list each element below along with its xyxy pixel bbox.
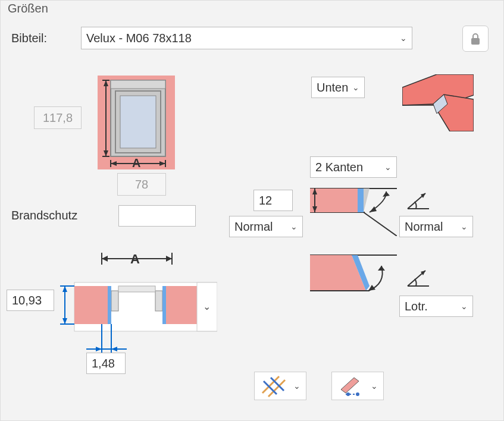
svg-marker-61 — [62, 286, 67, 292]
edges-select[interactable]: 2 Kanten ⌄ — [310, 156, 397, 178]
chevron-down-icon: ⌄ — [290, 222, 298, 231]
svg-line-70 — [262, 376, 279, 393]
position-select[interactable]: Unten ⌄ — [311, 77, 365, 98]
roof-intersection-figure — [402, 74, 474, 131]
brandschutz-label: Brandschutz — [11, 209, 77, 222]
svg-line-72 — [264, 381, 277, 394]
top-edge-figure — [310, 183, 397, 239]
rafter-select[interactable]: ⌄ — [331, 372, 384, 400]
group-label: Größen — [5, 2, 51, 15]
chevron-down-icon: ⌄ — [384, 162, 392, 172]
window-figure: A — [98, 76, 175, 169]
svg-marker-68 — [96, 347, 102, 351]
svg-marker-62 — [62, 318, 67, 324]
right-mode-select-2[interactable]: Lotr. ⌄ — [399, 296, 473, 317]
svg-rect-53 — [111, 291, 118, 311]
dim-b-input[interactable]: 1,48 — [86, 353, 126, 374]
svg-marker-74 — [341, 378, 359, 393]
svg-rect-56 — [108, 286, 111, 324]
chevron-down-icon: ⌄ — [461, 301, 468, 311]
svg-point-76 — [346, 392, 350, 396]
svg-marker-25 — [364, 188, 370, 212]
height-value: 117,8 — [34, 106, 82, 129]
bibteil-label: Bibteil: — [11, 32, 47, 45]
svg-marker-39 — [378, 266, 385, 271]
width-value: 78 — [117, 173, 166, 196]
chevron-down-icon: ⌄ — [352, 83, 359, 92]
lock-button[interactable] — [462, 26, 489, 52]
hatching-select[interactable]: ⌄ — [254, 372, 306, 400]
svg-rect-52 — [166, 286, 197, 324]
left-mode-select[interactable]: Normal ⌄ — [229, 216, 303, 237]
angle-icon — [405, 267, 431, 293]
angle-icon — [405, 190, 431, 215]
chevron-down-icon: ⌄ — [293, 381, 300, 391]
top-edge-value-input[interactable]: 12 — [253, 190, 293, 211]
svg-rect-55 — [118, 286, 155, 292]
hatch-icon — [260, 374, 287, 398]
svg-text:A: A — [130, 252, 140, 266]
bibteil-value: Velux - M06 78x118 — [86, 32, 192, 45]
svg-rect-0 — [471, 38, 480, 45]
dim-a-input[interactable]: 10,93 — [7, 290, 54, 311]
svg-text:A: A — [132, 156, 140, 169]
svg-marker-69 — [111, 347, 117, 351]
section-dropdown[interactable] — [197, 282, 217, 331]
chevron-down-icon: ⌄ — [400, 33, 407, 43]
svg-marker-45 — [102, 256, 108, 262]
chevron-down-icon: ⌄ — [461, 222, 468, 231]
bottom-edge-figure — [310, 248, 397, 304]
svg-line-26 — [364, 212, 397, 236]
section-figure: A ⌄ — [57, 248, 217, 376]
svg-rect-54 — [155, 291, 162, 311]
svg-rect-3 — [111, 80, 165, 89]
rafter-icon — [337, 374, 365, 398]
svg-marker-46 — [166, 256, 172, 262]
svg-marker-24 — [358, 188, 364, 212]
lock-icon — [469, 32, 481, 45]
right-mode-select-1[interactable]: Normal ⌄ — [399, 216, 473, 237]
svg-rect-5 — [120, 96, 156, 148]
svg-point-77 — [356, 392, 359, 396]
chevron-down-icon: ⌄ — [371, 381, 378, 391]
svg-rect-51 — [74, 286, 108, 324]
svg-marker-23 — [310, 188, 358, 212]
bibteil-select[interactable]: Velux - M06 78x118 ⌄ — [81, 27, 412, 49]
svg-marker-30 — [383, 191, 390, 197]
sizes-panel: Größen Bibteil: Velux - M06 78x118 ⌄ — [0, 0, 504, 421]
brandschutz-input[interactable] — [118, 205, 196, 227]
svg-rect-57 — [162, 286, 166, 324]
